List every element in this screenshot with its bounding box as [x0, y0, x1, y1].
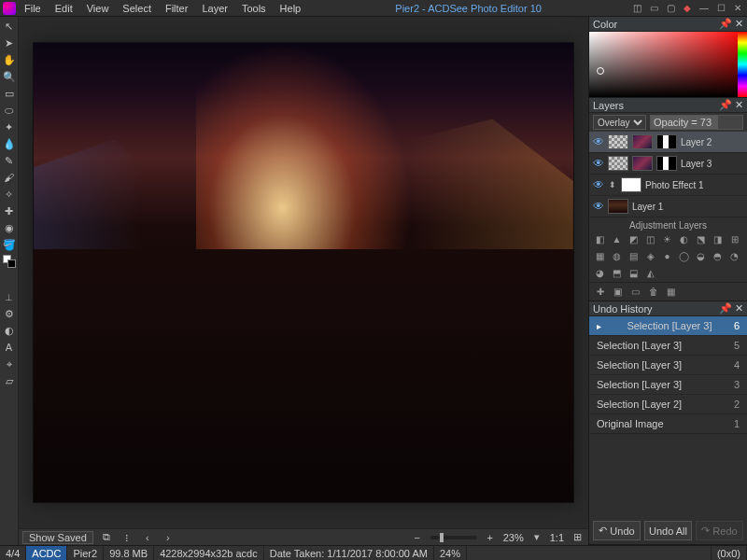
menu-file[interactable]: File	[19, 2, 47, 15]
history-row[interactable]: Selection [Layer 3]4	[589, 356, 747, 375]
layers-panel-header[interactable]: Layers 📌✕	[589, 98, 747, 113]
zoom-ratio[interactable]: 1:1	[550, 532, 564, 543]
adjustment-icon-17[interactable]: ◔	[727, 249, 741, 263]
fill-tool[interactable]: 🪣	[2, 237, 17, 252]
fit-icon[interactable]: ⊞	[570, 530, 585, 545]
history-row[interactable]: Selection [Layer 3]5	[589, 336, 747, 356]
layer-thumb[interactable]	[608, 199, 628, 214]
panel2-icon[interactable]: ▭	[647, 3, 660, 14]
zoom-in-icon[interactable]: +	[483, 530, 498, 545]
layer-thumb[interactable]	[608, 134, 628, 149]
adjustment-icon-7[interactable]: ◨	[711, 232, 725, 246]
adjustment-icon-14[interactable]: ◯	[677, 249, 691, 263]
adjustment-icon-11[interactable]: ▤	[627, 249, 641, 263]
adjustment-icon-0[interactable]: ◧	[593, 232, 607, 246]
new-layer-icon[interactable]: ✚	[593, 285, 607, 299]
menu-tools[interactable]: Tools	[236, 2, 272, 15]
adjustment-icon-2[interactable]: ◩	[627, 232, 641, 246]
color-picker[interactable]	[589, 32, 747, 97]
menu-select[interactable]: Select	[117, 2, 157, 15]
notify-icon[interactable]: ◆	[681, 3, 694, 14]
wand-tool[interactable]: ✦	[2, 119, 17, 134]
duplicate-layer-icon[interactable]: ▣	[611, 285, 625, 299]
flatten-icon[interactable]: ▦	[664, 285, 678, 299]
zoom-out-icon[interactable]: −	[410, 530, 425, 545]
compare-icon[interactable]: ⧉	[99, 530, 114, 545]
gear-tool[interactable]: ⚙	[2, 306, 17, 321]
delete-layer-icon[interactable]: 🗑	[646, 285, 660, 299]
lighteq-tool[interactable]: ◐	[2, 323, 17, 338]
redeye-tool[interactable]: ◉	[2, 220, 17, 235]
adjustment-icon-3[interactable]: ◫	[643, 232, 657, 246]
adjustment-icon-20[interactable]: ⬓	[627, 266, 641, 280]
show-saved-button[interactable]: Show Saved	[22, 531, 93, 544]
redo-button[interactable]: ↷Redo	[696, 521, 743, 540]
fx-icon[interactable]: ⬍	[608, 180, 617, 189]
zoom-dropdown-icon[interactable]: ▾	[529, 530, 544, 545]
arrow-tool[interactable]: ➤	[2, 35, 17, 50]
nav-next-icon[interactable]: ›	[161, 530, 176, 545]
pin-icon[interactable]: 📌	[719, 18, 732, 30]
nav-prev-icon[interactable]: ‹	[140, 530, 155, 545]
history-row[interactable]: Selection [Layer 3]6	[589, 316, 747, 336]
layer-row[interactable]: 👁Layer 3	[589, 153, 747, 175]
layer-thumb[interactable]	[656, 134, 677, 149]
adjustment-icon-6[interactable]: ⬔	[694, 232, 708, 246]
history-row[interactable]: Original Image1	[589, 414, 747, 434]
lasso-tool[interactable]: ⬭	[2, 103, 17, 118]
pen-tool[interactable]: ✎	[2, 153, 17, 168]
layer-thumb[interactable]	[656, 156, 677, 171]
undo-all-button[interactable]: Undo All	[644, 521, 692, 540]
layer-thumb[interactable]	[632, 156, 653, 171]
new-mask-icon[interactable]: ▭	[628, 285, 642, 299]
menu-layer[interactable]: Layer	[196, 2, 233, 15]
shape-tool[interactable]: ▱	[2, 373, 17, 388]
brush-tool[interactable]: 🖌	[2, 170, 17, 185]
hand-tool[interactable]: ✋	[2, 52, 17, 67]
pin-icon[interactable]: 📌	[719, 302, 732, 315]
close-icon[interactable]: ✕	[731, 3, 744, 14]
panel1-icon[interactable]: ◫	[630, 3, 643, 14]
layer-row[interactable]: 👁⬍Photo Effect 1	[589, 175, 747, 196]
layer-thumb[interactable]	[621, 177, 641, 192]
adjustment-icon-18[interactable]: ◕	[593, 266, 607, 280]
layer-thumb[interactable]	[632, 134, 653, 149]
menu-help[interactable]: Help	[275, 2, 307, 15]
zoom-tool[interactable]: 🔍	[2, 69, 17, 84]
pin-icon[interactable]: 📌	[719, 99, 732, 111]
heal-tool[interactable]: ✚	[2, 203, 17, 218]
adjustment-icon-4[interactable]: ☀	[660, 232, 674, 246]
adjustment-icon-12[interactable]: ◈	[643, 249, 657, 263]
layer-row[interactable]: 👁Layer 1	[589, 196, 747, 217]
menu-filter[interactable]: Filter	[160, 2, 193, 15]
adjustment-icon-5[interactable]: ◐	[677, 232, 691, 246]
clone-tool[interactable]: ⌖	[2, 357, 17, 371]
layer-row[interactable]: 👁Layer 2	[589, 132, 747, 153]
color-cursor[interactable]	[597, 67, 604, 75]
status-acdc[interactable]: ACDC	[26, 546, 67, 560]
adjustment-icon-9[interactable]: ▦	[593, 249, 607, 263]
history-row[interactable]: Selection [Layer 2]2	[589, 395, 747, 414]
text-tool[interactable]: A	[2, 340, 17, 355]
adjustment-icon-10[interactable]: ◍	[610, 249, 624, 263]
adjustment-icon-13[interactable]: ●	[660, 249, 674, 263]
crop-tool[interactable]: ⟂	[2, 289, 17, 304]
histogram-icon[interactable]: ⫶	[120, 530, 134, 545]
canvas-viewport[interactable]	[19, 17, 588, 528]
visibility-icon[interactable]: 👁	[593, 157, 604, 170]
undo-button[interactable]: ↶Undo	[593, 521, 641, 540]
menu-edit[interactable]: Edit	[49, 2, 78, 15]
blend-mode-select[interactable]: Overlay	[593, 115, 646, 130]
swatches[interactable]	[2, 254, 17, 269]
canvas-image[interactable]	[33, 42, 574, 502]
panel-close-icon[interactable]: ✕	[735, 302, 743, 315]
minimize-icon[interactable]: —	[698, 3, 711, 14]
visibility-icon[interactable]: 👁	[593, 178, 604, 191]
visibility-icon[interactable]: 👁	[593, 135, 604, 148]
layer-thumb[interactable]	[608, 156, 628, 171]
maximize-icon[interactable]: ☐	[714, 3, 727, 14]
adjustment-icon-15[interactable]: ◒	[694, 249, 708, 263]
color-panel-header[interactable]: Color 📌✕	[589, 17, 747, 32]
zoom-slider[interactable]	[430, 536, 477, 539]
wand2-tool[interactable]: ✧	[2, 187, 17, 202]
